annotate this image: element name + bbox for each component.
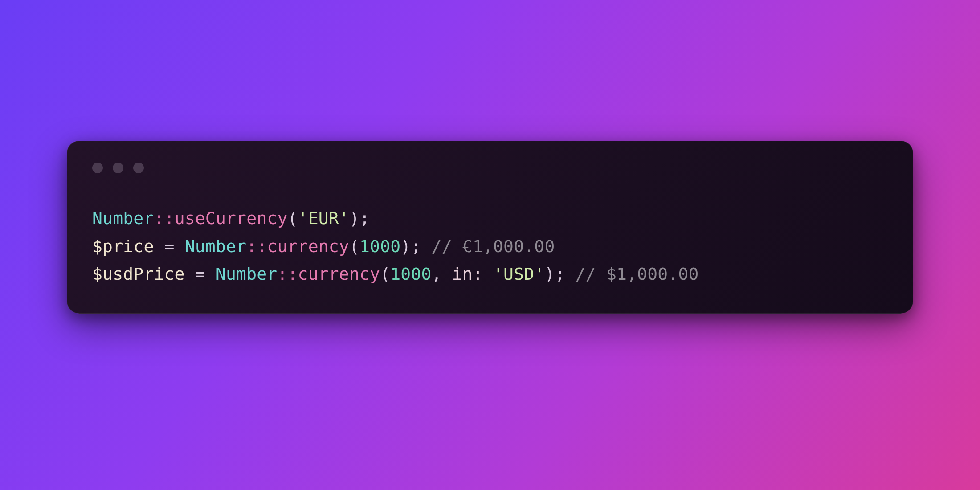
traffic-dot-zoom-icon [133, 163, 144, 173]
code-line: $usdPrice = Number::currency(1000, in: '… [92, 260, 888, 288]
code-token: 'EUR' [298, 208, 349, 228]
code-token: = [154, 237, 184, 256]
traffic-dot-minimize-icon [113, 163, 123, 173]
code-token: useCurrency [175, 208, 288, 228]
traffic-dot-close-icon [92, 163, 103, 173]
code-token: ; [411, 237, 431, 256]
code-token: 1000 [390, 264, 431, 284]
code-token: 'USD' [493, 264, 544, 284]
code-token: :: [277, 264, 298, 284]
code-token: ; [359, 208, 370, 228]
code-token: , [432, 264, 452, 284]
code-token: in: [452, 264, 493, 284]
code-token: ) [400, 237, 411, 256]
window-traffic-lights [92, 163, 888, 173]
code-token: ) [544, 264, 555, 284]
code-token: ; [555, 264, 576, 284]
code-token: = [185, 264, 216, 284]
code-block: Number::useCurrency('EUR');$price = Numb… [92, 204, 888, 288]
code-token: :: [154, 208, 174, 228]
code-token: :: [246, 237, 267, 256]
code-token: 1000 [359, 237, 400, 256]
code-token: $price [92, 237, 154, 256]
code-token: ) [349, 208, 359, 228]
code-token: currency [267, 237, 349, 256]
code-window: Number::useCurrency('EUR');$price = Numb… [67, 141, 913, 314]
code-token: currency [298, 264, 380, 284]
code-token: // $1,000.00 [576, 264, 699, 284]
code-token: // €1,000.00 [432, 237, 555, 256]
code-token: $usdPrice [92, 264, 185, 284]
code-token: ( [349, 237, 359, 256]
code-token: Number [185, 237, 246, 256]
code-line: $price = Number::currency(1000); // €1,0… [92, 233, 888, 261]
code-token: Number [216, 264, 277, 284]
code-token: ( [287, 208, 298, 228]
code-token: ( [380, 264, 390, 284]
code-line: Number::useCurrency('EUR'); [92, 204, 888, 233]
stage: Number::useCurrency('EUR');$price = Numb… [0, 0, 980, 490]
code-token: Number [92, 208, 154, 228]
